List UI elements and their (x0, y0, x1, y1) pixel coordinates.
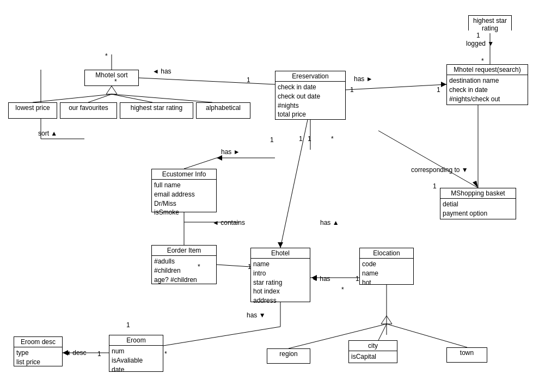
label-corresponding-to: corresponding to ▼ (411, 166, 468, 174)
box-mhotel-request-title: Mhotel request(search) (447, 65, 528, 75)
label-has-up: has ▲ (320, 219, 339, 226)
box-our-favourites-title: our favourites (60, 103, 117, 113)
box-eorder-item-title: Eorder Item (152, 246, 216, 256)
box-mshopping-basket-body: detialpayment option (440, 199, 516, 219)
box-traveler-title: highest star rating (469, 16, 511, 33)
box-eorder-item-body: #adulls#childrenage? #children (152, 256, 216, 285)
box-lowest-price: lowest price (8, 102, 57, 119)
svg-line-5 (112, 94, 152, 102)
box-alphabetical: alphabetical (196, 102, 250, 119)
label-desc: ◄ desc (64, 349, 87, 357)
box-ehotel-title: Ehotel (251, 248, 310, 259)
svg-line-30 (378, 131, 478, 188)
label-1-traveler: 1 (476, 32, 480, 39)
box-mshopping-basket-title: MShopping basket (440, 188, 516, 199)
label-star-mhotel-sort: * (105, 52, 108, 60)
box-our-favourites: our favourites (60, 102, 117, 119)
label-star-eloc: * (341, 286, 344, 293)
box-eroom-title: Eroom (109, 335, 163, 346)
svg-line-3 (33, 94, 112, 102)
label-1-er-down1: 1 (299, 135, 303, 143)
box-mhotel-request-body: destination namecheck in date#nights/che… (447, 75, 528, 105)
label-1-ereservation: 1 (247, 76, 250, 84)
box-eroom-body: numisAvaliabledate (109, 346, 163, 375)
box-eroom: Eroom numisAvaliabledate (109, 335, 163, 372)
box-mshopping-basket: MShopping basket detialpayment option (440, 188, 516, 219)
box-ecustomer-info-title: Ecustomer Info (152, 169, 216, 180)
box-highest-star-rating: highest star rating (120, 102, 193, 119)
box-elocation: Elocation codenamehot (359, 248, 414, 285)
label-has-elocation: ◄ has (311, 275, 330, 283)
box-region-title: region (267, 349, 310, 359)
svg-line-1 (139, 78, 275, 84)
box-eroom-desc-body: typelist price (14, 347, 62, 368)
box-ecustomer-info-body: full nameemail addressDr/MissisSmoke (152, 180, 216, 218)
box-mhotel-sort: Mhotel sort (84, 70, 139, 86)
box-ereservation: Ereservation check in datecheck out date… (275, 71, 346, 120)
box-eorder-item: Eorder Item #adulls#childrenage? #childr… (151, 245, 217, 284)
svg-line-15 (280, 120, 308, 248)
label-star-eroom: * (164, 350, 167, 358)
svg-line-6 (112, 94, 212, 102)
label-star-eorder: * (198, 263, 200, 271)
box-city-title: city (349, 341, 397, 351)
box-ehotel-body: nameintrostar ratinghot indexaddress (251, 259, 310, 307)
svg-line-25 (387, 324, 467, 347)
svg-marker-31 (473, 181, 478, 188)
box-mhotel-request: Mhotel request(search) destination namec… (446, 64, 528, 105)
svg-line-27 (163, 327, 280, 346)
box-highest-star-rating-title: highest star rating (120, 103, 193, 113)
label-1-left-er: 1 (350, 86, 354, 94)
box-city-body: isCapital (349, 351, 397, 363)
svg-line-24 (378, 324, 387, 340)
label-1-desc: 1 (97, 350, 101, 358)
box-eroom-desc: Eroom desc typelist price (14, 336, 63, 366)
label-star-traveler: * (481, 57, 484, 65)
label-1-eloc: 1 (356, 275, 359, 283)
box-town-title: town (447, 348, 487, 358)
label-1-er-down2: 1 (308, 135, 311, 143)
box-town: town (446, 347, 487, 363)
box-ehotel: Ehotel nameintrostar ratinghot indexaddr… (250, 248, 310, 302)
svg-marker-2 (106, 86, 117, 94)
box-elocation-title: Elocation (360, 248, 413, 259)
label-contains: ◄ contains (212, 219, 245, 226)
svg-marker-8 (441, 82, 446, 87)
svg-line-4 (88, 94, 112, 102)
label-logged: logged ▼ (466, 40, 494, 47)
box-mhotel-sort-title: Mhotel sort (85, 70, 138, 80)
diagram-container: highest star rating Mhotel request(searc… (0, 0, 539, 392)
box-alphabetical-title: alphabetical (197, 103, 250, 113)
box-traveler: highest star rating (468, 15, 512, 30)
box-region: region (267, 348, 310, 364)
svg-marker-16 (278, 242, 283, 248)
box-ereservation-title: Ereservation (275, 71, 345, 82)
label-sort-up: sort ▲ (38, 130, 57, 137)
label-has-down-eroom: has ▼ (247, 311, 266, 319)
label-has-mhotel: ◄ has (152, 68, 171, 75)
label-1-eorder-ehotel: 1 (248, 263, 252, 271)
box-city: city isCapital (348, 340, 397, 363)
svg-marker-11 (217, 155, 222, 161)
svg-line-17 (217, 265, 250, 267)
label-star-subclass: * (114, 78, 117, 85)
label-star-ehotel: * (331, 135, 334, 143)
label-1-eroom-left: 1 (126, 321, 130, 329)
label-1-shopping: 1 (433, 182, 437, 190)
svg-marker-22 (381, 316, 392, 324)
svg-line-7 (346, 84, 446, 90)
svg-line-36 (139, 78, 275, 95)
box-ereservation-body: check in datecheck out date#nightstotal … (275, 82, 345, 120)
box-lowest-price-title: lowest price (9, 103, 57, 113)
label-has-right: has ► (354, 75, 373, 83)
label-1-ecustomer: 1 (270, 136, 274, 144)
box-eroom-desc-title: Eroom desc (14, 337, 62, 347)
box-ecustomer-info: Ecustomer Info full nameemail addressDr/… (151, 169, 217, 212)
svg-line-12 (184, 158, 217, 169)
box-elocation-body: codenamehot (360, 259, 413, 288)
label-has-ecustomer: has ► (221, 148, 240, 156)
label-1-right-mr: 1 (437, 86, 440, 94)
